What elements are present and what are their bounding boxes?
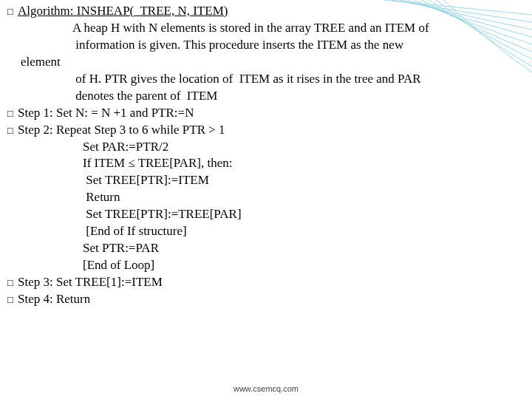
step-3-text: Step 3: Set TREE[1]:=ITEM: [18, 275, 163, 289]
step-2-body-2: If ITEM ≤ TREE[PAR], then:: [7, 155, 525, 172]
step-2-body-1: Set PAR:=PTR/2: [7, 139, 525, 156]
step-1-text: Step 1: Set N: = N +1 and PTR:=N: [18, 106, 194, 120]
footer-url: www.csemcq.com: [0, 384, 532, 393]
step-2-body-6: [End of If structure]: [7, 223, 525, 240]
step-2-text: Step 2: Repeat Step 3 to 6 while PTR > 1: [18, 123, 225, 137]
step-2-body-7: Set PTR:=PAR: [7, 240, 525, 257]
step-4: □ Step 4: Return: [7, 291, 525, 308]
step-2-body-3: Set TREE[PTR]:=ITEM: [7, 172, 525, 189]
step-2: □ Step 2: Repeat Step 3 to 6 while PTR >…: [7, 122, 525, 139]
algorithm-header: □ Algorithm: INSHEAP( TREE, N, ITEM): [7, 3, 525, 20]
desc-line-1: A heap H with N elements is stored in th…: [7, 20, 525, 37]
desc-line-3: element: [7, 54, 525, 71]
step-2-body-8: [End of Loop]: [7, 257, 525, 274]
step-1: □ Step 1: Set N: = N +1 and PTR:=N: [7, 105, 525, 122]
step-2-body-4: Return: [7, 189, 525, 206]
desc-line-2: information is given. This procedure ins…: [7, 37, 525, 54]
slide-content: □ Algorithm: INSHEAP( TREE, N, ITEM) A h…: [0, 0, 532, 308]
desc-line-5: denotes the parent of ITEM: [7, 88, 525, 105]
step-3: □ Step 3: Set TREE[1]:=ITEM: [7, 274, 525, 291]
desc-line-4: of H. PTR gives the location of ITEM as …: [7, 71, 525, 88]
algorithm-title: Algorithm: INSHEAP( TREE, N, ITEM): [18, 4, 228, 18]
step-2-body-5: Set TREE[PTR]:=TREE[PAR]: [7, 206, 525, 223]
step-4-text: Step 4: Return: [18, 292, 90, 306]
